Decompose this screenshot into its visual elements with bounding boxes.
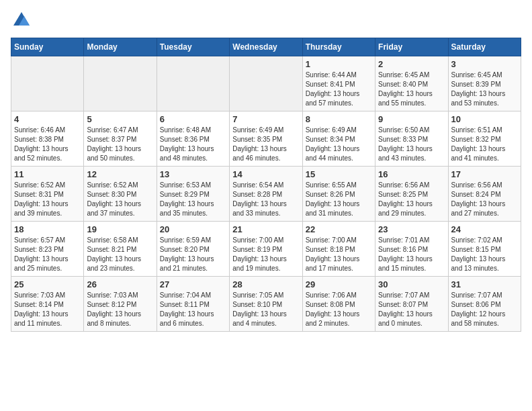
calendar-cell: 2Sunrise: 6:45 AM Sunset: 8:40 PM Daylig… <box>375 56 448 111</box>
calendar-cell <box>11 56 84 111</box>
day-number: 25 <box>14 279 81 289</box>
day-number: 4 <box>14 114 81 124</box>
day-number: 1 <box>306 59 372 69</box>
calendar-cell: 11Sunrise: 6:52 AM Sunset: 8:31 PM Dayli… <box>11 167 84 222</box>
day-number: 26 <box>87 279 153 289</box>
calendar-cell: 28Sunrise: 7:05 AM Sunset: 8:10 PM Dayli… <box>230 277 302 332</box>
day-info: Sunrise: 6:58 AM Sunset: 8:21 PM Dayligh… <box>87 236 153 273</box>
calendar-cell: 13Sunrise: 6:53 AM Sunset: 8:29 PM Dayli… <box>157 167 229 222</box>
calendar-week-3: 18Sunrise: 6:57 AM Sunset: 8:23 PM Dayli… <box>11 222 521 277</box>
day-number: 9 <box>378 114 445 124</box>
day-info: Sunrise: 6:57 AM Sunset: 8:23 PM Dayligh… <box>14 236 81 273</box>
calendar-header: SundayMondayTuesdayWednesdayThursdayFrid… <box>11 38 521 56</box>
day-info: Sunrise: 6:54 AM Sunset: 8:28 PM Dayligh… <box>232 181 299 218</box>
day-number: 24 <box>451 224 518 234</box>
calendar-table: SundayMondayTuesdayWednesdayThursdayFrid… <box>11 38 521 332</box>
day-number: 31 <box>451 279 518 289</box>
weekday-monday: Monday <box>84 38 157 56</box>
day-number: 28 <box>232 279 299 289</box>
day-number: 14 <box>232 169 299 179</box>
day-info: Sunrise: 6:56 AM Sunset: 8:24 PM Dayligh… <box>451 181 518 218</box>
day-number: 27 <box>160 279 226 289</box>
day-number: 6 <box>160 114 226 124</box>
weekday-row: SundayMondayTuesdayWednesdayThursdayFrid… <box>11 38 521 56</box>
day-info: Sunrise: 7:03 AM Sunset: 8:12 PM Dayligh… <box>87 291 153 328</box>
day-info: Sunrise: 6:52 AM Sunset: 8:31 PM Dayligh… <box>14 181 81 218</box>
day-number: 11 <box>14 169 81 179</box>
day-info: Sunrise: 6:46 AM Sunset: 8:38 PM Dayligh… <box>14 126 81 163</box>
calendar-week-1: 4Sunrise: 6:46 AM Sunset: 8:38 PM Daylig… <box>11 111 521 167</box>
calendar-cell: 17Sunrise: 6:56 AM Sunset: 8:24 PM Dayli… <box>448 167 521 222</box>
day-number: 12 <box>87 169 153 179</box>
calendar-cell: 10Sunrise: 6:51 AM Sunset: 8:32 PM Dayli… <box>448 111 521 167</box>
day-number: 22 <box>306 224 372 234</box>
calendar-cell: 21Sunrise: 7:00 AM Sunset: 8:19 PM Dayli… <box>230 222 302 277</box>
day-number: 15 <box>306 169 372 179</box>
calendar-cell <box>230 56 302 111</box>
day-number: 17 <box>451 169 518 179</box>
day-info: Sunrise: 6:44 AM Sunset: 8:41 PM Dayligh… <box>306 71 372 108</box>
calendar-cell: 4Sunrise: 6:46 AM Sunset: 8:38 PM Daylig… <box>11 111 84 167</box>
day-info: Sunrise: 6:51 AM Sunset: 8:32 PM Dayligh… <box>451 126 518 163</box>
calendar-cell: 26Sunrise: 7:03 AM Sunset: 8:12 PM Dayli… <box>84 277 157 332</box>
day-info: Sunrise: 6:53 AM Sunset: 8:29 PM Dayligh… <box>160 181 226 218</box>
day-info: Sunrise: 6:59 AM Sunset: 8:20 PM Dayligh… <box>160 236 226 273</box>
day-number: 30 <box>378 279 445 289</box>
day-info: Sunrise: 6:45 AM Sunset: 8:40 PM Dayligh… <box>378 71 445 108</box>
weekday-friday: Friday <box>375 38 448 56</box>
day-info: Sunrise: 6:55 AM Sunset: 8:26 PM Dayligh… <box>306 181 372 218</box>
calendar-cell: 16Sunrise: 6:56 AM Sunset: 8:25 PM Dayli… <box>375 167 448 222</box>
day-number: 2 <box>378 59 445 69</box>
day-number: 23 <box>378 224 445 234</box>
calendar-cell: 20Sunrise: 6:59 AM Sunset: 8:20 PM Dayli… <box>157 222 229 277</box>
calendar-week-4: 25Sunrise: 7:03 AM Sunset: 8:14 PM Dayli… <box>11 277 521 332</box>
day-info: Sunrise: 7:00 AM Sunset: 8:18 PM Dayligh… <box>306 236 372 273</box>
day-info: Sunrise: 7:02 AM Sunset: 8:15 PM Dayligh… <box>451 236 518 273</box>
calendar-cell: 12Sunrise: 6:52 AM Sunset: 8:30 PM Dayli… <box>84 167 157 222</box>
calendar-cell: 15Sunrise: 6:55 AM Sunset: 8:26 PM Dayli… <box>302 167 375 222</box>
calendar-cell: 14Sunrise: 6:54 AM Sunset: 8:28 PM Dayli… <box>230 167 302 222</box>
calendar-cell: 1Sunrise: 6:44 AM Sunset: 8:41 PM Daylig… <box>302 56 375 111</box>
weekday-tuesday: Tuesday <box>157 38 229 56</box>
calendar-cell <box>84 56 157 111</box>
weekday-wednesday: Wednesday <box>230 38 302 56</box>
calendar-cell: 5Sunrise: 6:47 AM Sunset: 8:37 PM Daylig… <box>84 111 157 167</box>
day-info: Sunrise: 6:45 AM Sunset: 8:39 PM Dayligh… <box>451 71 518 108</box>
day-number: 21 <box>232 224 299 234</box>
calendar-week-0: 1Sunrise: 6:44 AM Sunset: 8:41 PM Daylig… <box>11 56 521 111</box>
calendar-cell: 23Sunrise: 7:01 AM Sunset: 8:16 PM Dayli… <box>375 222 448 277</box>
calendar-cell: 7Sunrise: 6:49 AM Sunset: 8:35 PM Daylig… <box>230 111 302 167</box>
day-number: 29 <box>306 279 372 289</box>
day-info: Sunrise: 6:49 AM Sunset: 8:35 PM Dayligh… <box>232 126 299 163</box>
calendar-cell: 3Sunrise: 6:45 AM Sunset: 8:39 PM Daylig… <box>448 56 521 111</box>
calendar-cell: 30Sunrise: 7:07 AM Sunset: 8:07 PM Dayli… <box>375 277 448 332</box>
calendar-cell: 18Sunrise: 6:57 AM Sunset: 8:23 PM Dayli… <box>11 222 84 277</box>
day-info: Sunrise: 7:01 AM Sunset: 8:16 PM Dayligh… <box>378 236 445 273</box>
day-info: Sunrise: 6:50 AM Sunset: 8:33 PM Dayligh… <box>378 126 445 163</box>
day-number: 16 <box>378 169 445 179</box>
day-number: 20 <box>160 224 226 234</box>
calendar-cell: 22Sunrise: 7:00 AM Sunset: 8:18 PM Dayli… <box>302 222 375 277</box>
calendar-cell: 9Sunrise: 6:50 AM Sunset: 8:33 PM Daylig… <box>375 111 448 167</box>
day-number: 19 <box>87 224 153 234</box>
day-info: Sunrise: 6:56 AM Sunset: 8:25 PM Dayligh… <box>378 181 445 218</box>
day-info: Sunrise: 6:49 AM Sunset: 8:34 PM Dayligh… <box>306 126 372 163</box>
calendar-cell: 19Sunrise: 6:58 AM Sunset: 8:21 PM Dayli… <box>84 222 157 277</box>
day-info: Sunrise: 6:48 AM Sunset: 8:36 PM Dayligh… <box>160 126 226 163</box>
day-number: 13 <box>160 169 226 179</box>
day-info: Sunrise: 7:06 AM Sunset: 8:08 PM Dayligh… <box>306 291 372 328</box>
weekday-thursday: Thursday <box>302 38 375 56</box>
weekday-saturday: Saturday <box>448 38 521 56</box>
day-info: Sunrise: 7:00 AM Sunset: 8:19 PM Dayligh… <box>232 236 299 273</box>
calendar-week-2: 11Sunrise: 6:52 AM Sunset: 8:31 PM Dayli… <box>11 167 521 222</box>
calendar-cell: 29Sunrise: 7:06 AM Sunset: 8:08 PM Dayli… <box>302 277 375 332</box>
calendar-cell: 6Sunrise: 6:48 AM Sunset: 8:36 PM Daylig… <box>157 111 229 167</box>
day-number: 3 <box>451 59 518 69</box>
day-number: 5 <box>87 114 153 124</box>
logo-icon <box>12 11 31 30</box>
calendar-cell: 27Sunrise: 7:04 AM Sunset: 8:11 PM Dayli… <box>157 277 229 332</box>
day-number: 8 <box>306 114 372 124</box>
calendar-cell: 8Sunrise: 6:49 AM Sunset: 8:34 PM Daylig… <box>302 111 375 167</box>
page-header <box>11 11 521 30</box>
day-info: Sunrise: 7:03 AM Sunset: 8:14 PM Dayligh… <box>14 291 81 328</box>
